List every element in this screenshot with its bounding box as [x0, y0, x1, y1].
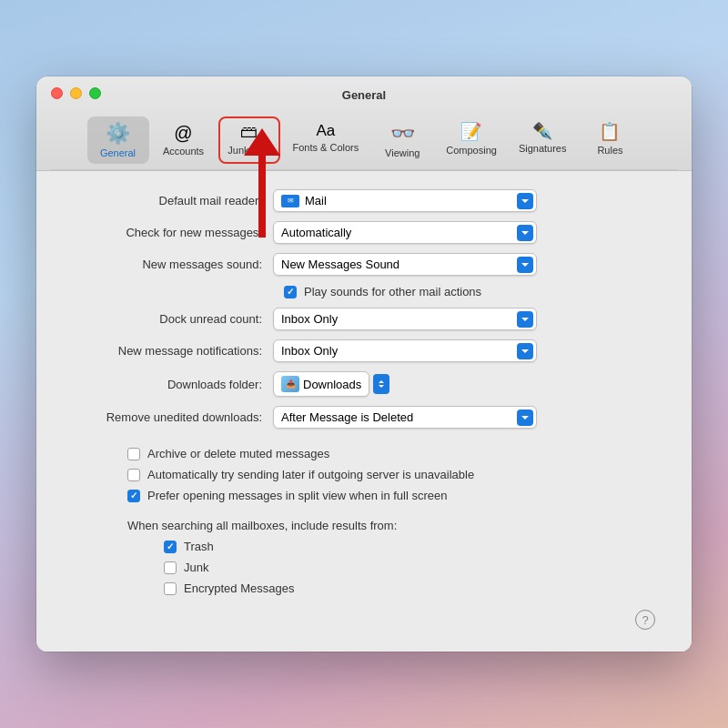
- search-encrypted-row: Encrypted Messages: [73, 581, 655, 595]
- prefer-split-row: Prefer opening messages in split view wh…: [73, 489, 655, 502]
- tab-rules[interactable]: 📋 Rules: [579, 116, 641, 164]
- dock-unread-label: Dock unread count:: [73, 312, 273, 326]
- viewing-icon: 👓: [390, 122, 415, 146]
- tab-signatures[interactable]: ✒️ Signatures: [510, 116, 576, 164]
- content-area: Default mail reader: ✉ Mail: [36, 171, 692, 652]
- notifications-value: Inbox Only: [281, 344, 338, 358]
- search-encrypted-checkbox[interactable]: [164, 582, 177, 595]
- dock-unread-row: Dock unread count: Inbox Only: [73, 308, 655, 330]
- notifications-control: Inbox Only: [273, 339, 655, 362]
- notifications-row: New message notifications: Inbox Only: [73, 339, 655, 362]
- downloads-folder-stepper[interactable]: [373, 374, 389, 394]
- new-messages-sound-value: New Messages Sound: [281, 258, 399, 271]
- close-button[interactable]: [51, 87, 63, 99]
- auto-send-checkbox[interactable]: [127, 469, 140, 481]
- archive-muted-row: Archive or delete muted messages: [73, 447, 655, 460]
- play-sounds-checkbox[interactable]: [284, 286, 297, 298]
- new-messages-sound-control: New Messages Sound: [273, 253, 655, 276]
- tab-general-label: General: [100, 147, 136, 158]
- minimize-button[interactable]: [70, 87, 82, 99]
- new-messages-sound-label: New messages sound:: [73, 258, 273, 271]
- auto-send-row: Automatically try sending later if outgo…: [73, 468, 655, 481]
- new-messages-sound-select[interactable]: New Messages Sound: [273, 253, 537, 276]
- check-messages-label: Check for new messages:: [73, 226, 273, 239]
- notifications-select[interactable]: Inbox Only: [273, 339, 537, 362]
- tab-composing-label: Composing: [446, 145, 497, 156]
- downloads-folder-value: Downloads: [303, 378, 361, 391]
- tab-junk-mail-label: Junk Mail: [228, 145, 269, 156]
- default-mail-select[interactable]: ✉ Mail: [273, 189, 537, 212]
- archive-muted-checkbox[interactable]: [127, 448, 140, 460]
- tab-signatures-label: Signatures: [519, 143, 567, 154]
- default-mail-reader-control: ✉ Mail: [273, 189, 655, 212]
- remove-downloads-row: Remove unedited downloads: After Message…: [73, 406, 655, 429]
- tab-junk-mail[interactable]: 🗃 Junk Mail: [218, 116, 280, 164]
- tab-rules-label: Rules: [597, 145, 622, 156]
- archive-muted-label: Archive or delete muted messages: [147, 447, 329, 460]
- search-encrypted-label: Encrypted Messages: [184, 581, 294, 595]
- play-sounds-row: Play sounds for other mail actions: [73, 285, 655, 298]
- preferences-window: General ⚙️ General @ Accounts 🗃 Junk Mai…: [36, 76, 692, 652]
- titlebar: General ⚙️ General @ Accounts 🗃 Junk Mai…: [36, 76, 692, 171]
- new-messages-sound-row: New messages sound: New Messages Sound: [73, 253, 655, 276]
- check-messages-row: Check for new messages: Automatically: [73, 221, 655, 244]
- mail-app-icon: ✉: [281, 195, 299, 207]
- tab-general[interactable]: ⚙️ General: [87, 116, 149, 164]
- downloads-folder-label: Downloads folder:: [73, 378, 273, 391]
- default-mail-value: Mail: [305, 194, 327, 207]
- search-section-title: When searching all mailboxes, include re…: [73, 519, 655, 532]
- search-junk-row: Junk: [73, 561, 655, 574]
- remove-downloads-label: Remove unedited downloads:: [73, 410, 273, 424]
- toolbar: ⚙️ General @ Accounts 🗃 Junk Mail Aa Fon…: [51, 111, 677, 170]
- help-label: ?: [642, 613, 648, 627]
- search-junk-label: Junk: [184, 561, 208, 574]
- window-title: General: [51, 88, 677, 102]
- dock-unread-select[interactable]: Inbox Only: [273, 308, 537, 330]
- search-trash-checkbox[interactable]: [164, 541, 177, 553]
- tab-fonts-colors[interactable]: Aa Fonts & Colors: [284, 116, 369, 164]
- signatures-icon: ✒️: [532, 122, 552, 142]
- check-messages-control: Automatically: [273, 221, 655, 244]
- default-mail-reader-row: Default mail reader: ✉ Mail: [73, 189, 655, 212]
- search-junk-checkbox[interactable]: [164, 561, 177, 574]
- downloads-folder-control: 📥 Downloads: [273, 371, 655, 397]
- prefer-split-checkbox[interactable]: [127, 490, 140, 502]
- tab-accounts-label: Accounts: [163, 146, 204, 157]
- composing-icon: 📝: [460, 122, 482, 143]
- check-messages-select[interactable]: Automatically: [273, 221, 537, 244]
- prefer-split-label: Prefer opening messages in split view wh…: [147, 489, 448, 502]
- zoom-button[interactable]: [89, 87, 101, 99]
- tab-fonts-label: Fonts & Colors: [293, 142, 359, 153]
- search-trash-row: Trash: [73, 540, 655, 553]
- separator: [73, 438, 655, 447]
- play-sounds-label: Play sounds for other mail actions: [304, 285, 481, 298]
- rules-icon: 📋: [599, 122, 621, 143]
- remove-downloads-select[interactable]: After Message is Deleted: [273, 406, 537, 429]
- junk-mail-icon: 🗃: [240, 122, 258, 143]
- notifications-label: New message notifications:: [73, 344, 273, 358]
- tab-viewing[interactable]: 👓 Viewing: [371, 116, 433, 164]
- tab-viewing-label: Viewing: [385, 147, 420, 158]
- help-button[interactable]: ?: [635, 610, 655, 630]
- dock-unread-value: Inbox Only: [281, 312, 338, 326]
- default-mail-reader-label: Default mail reader:: [73, 194, 273, 207]
- check-messages-value: Automatically: [281, 226, 351, 239]
- downloads-folder-icon: 📥: [281, 376, 299, 392]
- downloads-folder-select[interactable]: 📥 Downloads: [273, 371, 369, 397]
- tab-composing[interactable]: 📝 Composing: [437, 116, 506, 164]
- tab-accounts[interactable]: @ Accounts: [153, 116, 215, 164]
- general-icon: ⚙️: [106, 122, 130, 146]
- auto-send-label: Automatically try sending later if outgo…: [147, 468, 474, 481]
- fonts-icon: Aa: [316, 122, 335, 140]
- dock-unread-control: Inbox Only: [273, 308, 655, 330]
- search-trash-label: Trash: [184, 540, 214, 553]
- downloads-folder-row: Downloads folder: 📥 Downloads: [73, 371, 655, 397]
- remove-downloads-value: After Message is Deleted: [281, 410, 413, 424]
- remove-downloads-control: After Message is Deleted: [273, 406, 655, 429]
- accounts-icon: @: [174, 122, 192, 144]
